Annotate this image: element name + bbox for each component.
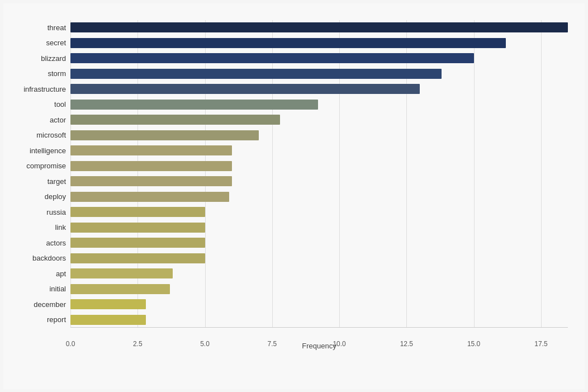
bar-row: deploy [70,191,568,203]
bar-label: initial [4,285,66,293]
bar-rect [70,192,229,202]
bar-rect [70,145,232,155]
bar-row: backdoors [70,252,568,265]
bar-label: russia [4,208,66,216]
bar-rect [70,223,205,233]
bar-label: link [4,223,66,232]
bar-rect [70,115,280,125]
bar-label: intelligence [4,147,66,155]
bars-wrapper: threatsecretblizzardstorminfrastructuret… [70,20,568,328]
bar-row: actor [70,114,568,126]
bar-rect [70,100,318,110]
bar-row: microsoft [70,129,568,141]
bar-label: tool [4,100,66,108]
bar-label: infrastructure [4,85,66,93]
chart-area: threatsecretblizzardstorminfrastructuret… [70,20,568,350]
chart-container: threatsecretblizzardstorminfrastructuret… [3,3,585,389]
bar-row: link [70,221,568,234]
bar-row: russia [70,206,568,218]
bar-label: secret [4,39,66,47]
bar-row: secret [70,37,568,49]
bar-row: initial [70,283,568,295]
bar-rect [70,38,506,48]
bar-label: blizzard [4,54,66,63]
x-axis-label: Frequency [70,342,568,350]
x-axis-line [70,327,568,328]
bar-rect [70,238,205,248]
bar-row: target [70,175,568,187]
bar-label: storm [4,69,66,78]
bar-rect [70,253,205,263]
bar-row: december [70,298,568,310]
bar-label: compromise [4,162,66,170]
bar-row: intelligence [70,144,568,157]
bar-rect [70,22,568,32]
bar-row: compromise [70,160,568,172]
bar-label: actor [4,116,66,124]
bar-rect [70,284,170,294]
bar-label: backdoors [4,254,66,262]
bar-label: deploy [4,192,66,201]
bar-rect [70,268,173,278]
bar-rect [70,84,420,94]
bar-rect [70,299,146,309]
bar-row: infrastructure [70,83,568,95]
bar-label: report [4,315,66,324]
bar-rect [70,130,259,140]
bar-label: microsoft [4,131,66,139]
bar-row: report [70,314,568,326]
bar-row: tool [70,98,568,111]
bar-label: threat [4,23,66,32]
bar-row: apt [70,267,568,280]
bar-label: actors [4,239,66,247]
bar-rect [70,53,474,63]
bar-label: december [4,300,66,309]
bar-row: threat [70,21,568,34]
bar-rect [70,69,442,79]
bar-label: target [4,177,66,186]
bar-row: storm [70,68,568,80]
bar-rect [70,315,146,325]
bar-rect [70,207,205,217]
bar-row: blizzard [70,52,568,64]
bar-rect [70,176,232,186]
bar-rect [70,161,232,171]
bar-label: apt [4,270,66,278]
bar-row: actors [70,237,568,249]
